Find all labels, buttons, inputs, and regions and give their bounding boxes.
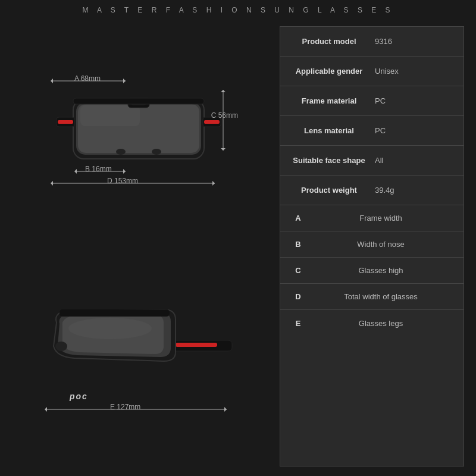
dim-a-text: A 68mm — [74, 74, 101, 83]
dim-key-b: B — [289, 240, 307, 249]
svg-marker-20 — [74, 169, 77, 174]
dim-desc-e: Glasses legs — [307, 319, 455, 328]
dim-key-e: E — [289, 319, 307, 328]
svg-marker-17 — [221, 90, 226, 92]
dim-b-label: B 16mm — [74, 166, 128, 177]
spec-label-weight: Product weight — [289, 186, 369, 195]
spec-label-lens: Lens material — [289, 126, 369, 135]
spec-label-face: Suitable face shape — [289, 156, 369, 165]
dim-c-arrow: C 56mm — [208, 87, 238, 153]
spec-label-frame: Frame material — [289, 96, 369, 105]
dim-b-text: B 16mm — [85, 165, 112, 173]
glasses-front-view: A 68mm — [12, 26, 268, 243]
spec-value-lens: PC — [369, 126, 455, 135]
dim-e-text: E 127mm — [110, 403, 140, 411]
spec-label-gender: Applicable gender — [289, 67, 369, 76]
dim-desc-a: Frame width — [307, 214, 455, 223]
side-diagram: poc E 127mm — [39, 299, 241, 418]
svg-rect-6 — [80, 105, 140, 126]
svg-marker-23 — [51, 181, 53, 186]
dim-key-a: A — [289, 214, 307, 223]
main-content: A 68mm — [0, 20, 476, 472]
header-title: M A S T E R F A S H I O N S U N G L A S … — [82, 6, 393, 14]
svg-point-27 — [68, 318, 152, 339]
spec-row-face: Suitable face shape All — [280, 146, 464, 176]
glasses-side-view: poc E 127mm — [12, 249, 268, 466]
brand-label: poc — [70, 392, 88, 401]
spec-value-frame: PC — [369, 96, 455, 105]
dim-row-c: C Glasses high — [280, 258, 464, 284]
spec-row-gender: Applicable gender Unisex — [280, 57, 464, 86]
dim-row-e: E Glasses legs — [280, 310, 464, 336]
left-panel: A 68mm — [12, 26, 268, 466]
spec-label-model: Product model — [289, 37, 369, 46]
dim-row-b: B Width of nose — [280, 231, 464, 258]
svg-marker-24 — [212, 181, 215, 186]
svg-rect-11 — [58, 120, 73, 124]
spec-row-frame: Frame material PC — [280, 86, 464, 116]
dim-desc-c: Glasses high — [307, 266, 455, 275]
spec-value-gender: Unisex — [369, 67, 455, 76]
svg-rect-28 — [60, 309, 170, 317]
dim-d-label: D 153mm — [51, 178, 217, 189]
dim-e-label: E 127mm — [45, 404, 229, 415]
dim-c-text: C 56mm — [211, 111, 238, 120]
spec-value-weight: 39.4g — [369, 186, 455, 195]
svg-point-14 — [116, 149, 126, 155]
dim-desc-b: Width of nose — [307, 240, 455, 249]
svg-marker-21 — [123, 169, 126, 174]
dim-row-a: A Frame width — [280, 205, 464, 231]
page-header: M A S T E R F A S H I O N S U N G L A S … — [0, 0, 476, 20]
dim-d-text: D 153mm — [107, 177, 138, 185]
svg-rect-30 — [71, 361, 107, 373]
dim-key-d: D — [289, 292, 307, 301]
svg-marker-18 — [221, 148, 226, 151]
spec-value-model: 9316 — [369, 37, 455, 46]
dim-desc-d: Total width of glasses — [307, 292, 455, 301]
glasses-svg-side — [45, 305, 235, 394]
svg-marker-1 — [51, 79, 53, 83]
svg-rect-13 — [73, 98, 204, 104]
svg-rect-26 — [176, 343, 217, 347]
svg-point-29 — [55, 342, 67, 351]
spec-value-face: All — [369, 156, 455, 165]
svg-marker-33 — [224, 407, 227, 412]
front-diagram: A 68mm — [39, 70, 241, 201]
dim-a-label: A 68mm — [51, 76, 128, 86]
specs-panel: Product model 9316 Applicable gender Uni… — [280, 26, 464, 466]
spec-row-lens: Lens material PC — [280, 116, 464, 146]
dim-key-c: C — [289, 266, 307, 275]
spec-row-weight: Product weight 39.4g — [280, 176, 464, 205]
svg-marker-2 — [123, 79, 126, 83]
spec-row-model: Product model 9316 — [280, 27, 464, 57]
svg-point-15 — [152, 149, 161, 155]
svg-marker-32 — [45, 407, 47, 412]
dim-row-d: D Total width of glasses — [280, 284, 464, 310]
